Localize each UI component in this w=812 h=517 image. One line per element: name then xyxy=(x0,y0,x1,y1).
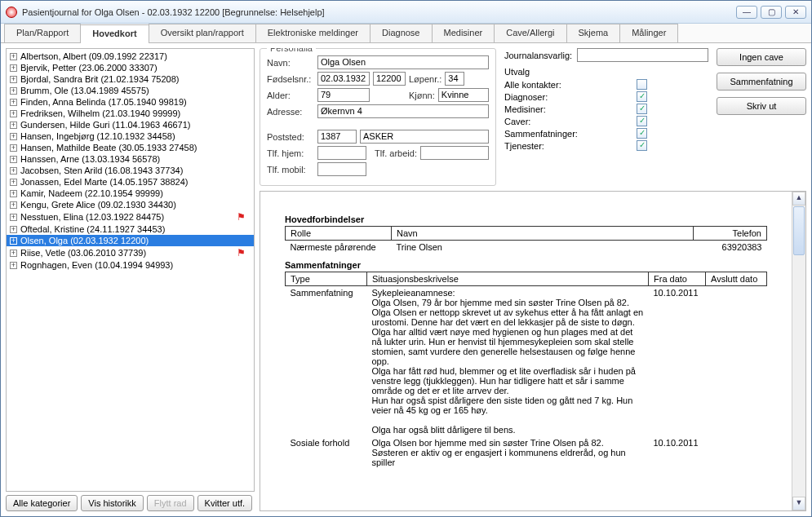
fodselsnr-field[interactable]: 02.03.1932 xyxy=(317,72,370,86)
table-row[interactable]: Nærmeste pårørendeTrine Olsen63920383 xyxy=(286,241,767,254)
patient-tree-item[interactable]: +Albertson, Albert (09.09.1992 22317) xyxy=(7,51,254,62)
journalansvarlig-field[interactable] xyxy=(577,48,708,62)
patient-label: Kengu, Grete Alice (09.02.1930 34430) xyxy=(20,200,176,210)
patient-label: Nesstuen, Elina (12.03.1922 84475) xyxy=(20,212,164,222)
tab-plan-rapport[interactable]: Plan/Rapport xyxy=(4,24,81,42)
patient-tree-item[interactable]: +Olsen, Olga (02.03.1932 12200) xyxy=(7,235,254,246)
expand-icon[interactable]: + xyxy=(10,133,17,140)
expand-icon[interactable]: + xyxy=(10,214,17,221)
flytt-rad-button[interactable]: Flytt rad xyxy=(147,495,194,511)
tab-hovedkort[interactable]: Hovedkort xyxy=(80,24,149,43)
patient-tree-item[interactable]: +Gundersen, Hilde Guri (11.04.1963 46671… xyxy=(7,119,254,130)
utvalg-label: Tjenester: xyxy=(504,141,544,151)
utvalg-checkbox[interactable]: ✓ xyxy=(637,116,647,126)
adresse-field[interactable]: Økernvn 4 xyxy=(317,104,489,118)
expand-icon[interactable]: + xyxy=(10,262,17,269)
tab-oversikt-plan-rapport[interactable]: Oversikt plan/rapport xyxy=(149,24,256,42)
tab-m-linger[interactable]: Målinger xyxy=(619,24,678,42)
patient-label: Albertson, Albert (09.09.1992 22317) xyxy=(20,51,167,61)
patient-tree-item[interactable]: +Bjordal, Sandra Brit (21.02.1934 75208) xyxy=(7,73,254,85)
sammenfatning-button[interactable]: Sammenfatning xyxy=(717,73,806,91)
fnr2-field[interactable]: 12200 xyxy=(373,72,406,86)
sammenfatninger-table: TypeSituasjonsbeskrivelseFra datoAvslutt… xyxy=(285,272,767,469)
alder-field[interactable]: 79 xyxy=(317,88,370,102)
utvalg-row: Tjenester:✓ xyxy=(504,139,647,152)
patient-tree-item[interactable]: +Brumm, Ole (13.04.1989 45575) xyxy=(7,85,254,96)
tlfarbeid-field[interactable] xyxy=(420,146,489,160)
utvalg-checkbox[interactable] xyxy=(637,79,647,90)
patient-tree-item[interactable]: +Finden, Anna Belinda (17.05.1940 99819) xyxy=(7,96,254,108)
patient-tree-item[interactable]: +Kengu, Grete Alice (09.02.1930 34430) xyxy=(7,199,254,210)
utvalg-row: Alle kontakter: xyxy=(504,78,647,91)
table-row[interactable]: SammenfatningSykepleieanamnese:Olga Olse… xyxy=(286,286,767,437)
patient-tree-item[interactable]: +Hansen, Ingebjørg (12.10.1932 34458) xyxy=(7,130,254,142)
expand-icon[interactable]: + xyxy=(10,237,17,245)
patient-tree-item[interactable]: +Riise, Vetle (03.06.2010 37739)⚑ xyxy=(7,246,254,259)
kjonn-field[interactable]: Kvinne xyxy=(438,88,489,102)
expand-icon[interactable]: + xyxy=(10,76,17,83)
utvalg-checkbox[interactable]: ✓ xyxy=(637,104,647,114)
utvalg-checkbox[interactable]: ✓ xyxy=(637,128,647,139)
scroll-up-button[interactable]: ▲ xyxy=(792,192,805,205)
kvitter-utf-button[interactable]: Kvitter utf. xyxy=(197,495,253,511)
tab-skjema[interactable]: Skjema xyxy=(566,24,621,42)
utvalg-checkbox[interactable]: ✓ xyxy=(637,140,647,151)
maximize-button[interactable]: ▢ xyxy=(761,6,782,19)
patient-tree-item[interactable]: +Hanssen, Arne (13.03.1934 56578) xyxy=(7,153,254,165)
ingen-cave-button[interactable]: Ingen cave xyxy=(717,48,806,66)
utvalg-label: Alle kontakter: xyxy=(504,80,561,90)
expand-icon[interactable]: + xyxy=(10,156,17,163)
patient-label: Fredriksen, Wilhelm (21.03.1940 99999) xyxy=(20,108,180,118)
expand-icon[interactable]: + xyxy=(10,144,17,152)
expand-icon[interactable]: + xyxy=(10,201,17,209)
detail-scrollbar[interactable]: ▲ ▼ xyxy=(792,192,805,510)
expand-icon[interactable]: + xyxy=(10,122,17,129)
poststed-field[interactable]: ASKER xyxy=(360,130,489,144)
patient-tree-item[interactable]: +Kamir, Nadeem (22.10.1954 99999) xyxy=(7,188,254,199)
patient-label: Riise, Vetle (03.06.2010 37739) xyxy=(20,248,146,258)
patient-tree[interactable]: +Albertson, Albert (09.09.1992 22317)+Bj… xyxy=(6,48,255,492)
expand-icon[interactable]: + xyxy=(10,53,17,60)
tlfhjem-field[interactable] xyxy=(317,146,366,160)
close-button[interactable]: ✕ xyxy=(785,6,806,19)
patient-tree-item[interactable]: +Oftedal, Kristine (24.11.1927 34453) xyxy=(7,223,254,235)
utvalg-row: Sammenfatninger:✓ xyxy=(504,127,647,139)
patient-tree-item[interactable]: +Fredriksen, Wilhelm (21.03.1940 99999) xyxy=(7,108,254,119)
patient-tree-item[interactable]: +Hansen, Mathilde Beate (30.05.1933 2745… xyxy=(7,142,254,153)
scroll-thumb[interactable] xyxy=(793,206,805,255)
lopenr-field[interactable]: 34 xyxy=(445,72,464,86)
expand-icon[interactable]: + xyxy=(10,226,17,233)
expand-icon[interactable]: + xyxy=(10,167,17,175)
utvalg-checkbox[interactable]: ✓ xyxy=(637,91,647,102)
vis-historikk-button[interactable]: Vis historikk xyxy=(81,495,143,511)
scroll-down-button[interactable]: ▼ xyxy=(792,497,805,510)
patient-tree-item[interactable]: +Bjervik, Petter (23.06.2000 33307) xyxy=(7,62,254,73)
tab-medisiner[interactable]: Medisiner xyxy=(432,24,495,42)
tlfmobil-field[interactable] xyxy=(317,162,366,176)
patient-label: Brumm, Ole (13.04.1989 45575) xyxy=(20,86,149,95)
navn-field[interactable]: Olga Olsen xyxy=(317,55,489,69)
tab-diagnose[interactable]: Diagnose xyxy=(370,24,432,42)
expand-icon[interactable]: + xyxy=(10,179,17,186)
expand-icon[interactable]: + xyxy=(10,87,17,95)
patient-tree-item[interactable]: +Jonassen, Edel Marte (14.05.1957 38824) xyxy=(7,176,254,188)
tab-cave-allergi[interactable]: Cave/Allergi xyxy=(494,24,566,42)
minimize-button[interactable]: — xyxy=(736,6,757,19)
patient-label: Olsen, Olga (02.03.1932 12200) xyxy=(20,236,149,245)
patient-tree-item[interactable]: +Rognhagen, Even (10.04.1994 94993) xyxy=(7,259,254,271)
expand-icon[interactable]: + xyxy=(10,99,17,106)
patient-tree-item[interactable]: +Jacobsen, Sten Arild (16.08.1943 37734) xyxy=(7,165,254,176)
table-row[interactable]: Sosiale forholdOlga Olsen bor hjemme med… xyxy=(286,436,767,469)
expand-icon[interactable]: + xyxy=(10,110,17,117)
tab-elektroniske-meldinger[interactable]: Elektroniske meldinger xyxy=(255,24,371,42)
postnr-field[interactable]: 1387 xyxy=(317,130,357,144)
patient-label: Kamir, Nadeem (22.10.1954 99999) xyxy=(20,188,163,198)
poststed-label: Poststed: xyxy=(267,132,314,142)
app-icon xyxy=(6,7,17,18)
expand-icon[interactable]: + xyxy=(10,64,17,72)
expand-icon[interactable]: + xyxy=(10,190,17,197)
expand-icon[interactable]: + xyxy=(10,250,17,257)
alle-kategorier-button[interactable]: Alle kategorier xyxy=(6,495,78,511)
skriv-ut-button[interactable]: Skriv ut xyxy=(717,97,806,115)
patient-tree-item[interactable]: +Nesstuen, Elina (12.03.1922 84475)⚑ xyxy=(7,210,254,223)
